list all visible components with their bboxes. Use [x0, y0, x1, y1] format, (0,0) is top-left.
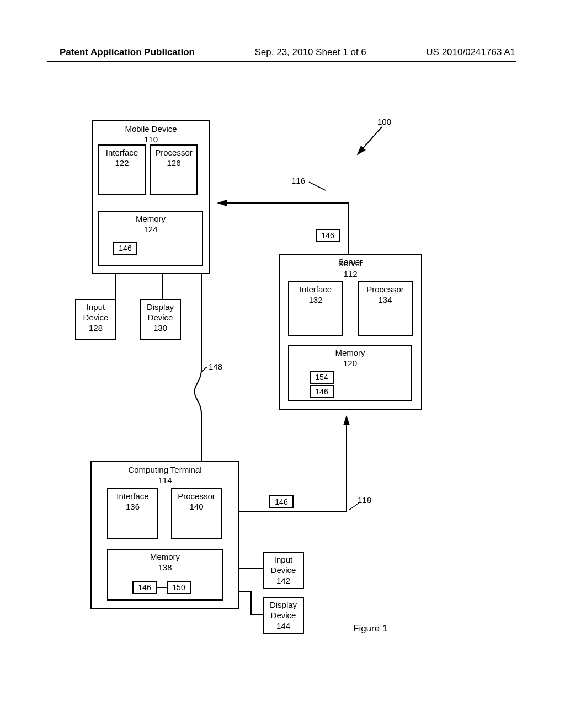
mobile-mem-item: 146	[113, 242, 137, 255]
terminal-memory-box: Memory 138	[107, 549, 223, 601]
svg-line-3	[309, 182, 326, 190]
terminal-mem-l1: Memory	[150, 552, 180, 563]
mobile-display-l2: Device	[148, 313, 173, 323]
mobile-display-l1: Display	[147, 302, 174, 313]
server-interface-l2: 132	[308, 295, 322, 306]
figure-label: Figure 1	[353, 623, 387, 634]
mobile-interface-l1: Interface	[106, 148, 138, 158]
mobile-proc-l2: 126	[167, 158, 180, 169]
mobile-input-l2: Device	[83, 313, 109, 323]
server-mem-l2: 120	[343, 358, 357, 369]
terminal-mem-item2-l: 150	[172, 583, 185, 593]
terminal-display-device-box: Display Device 144	[263, 597, 304, 634]
terminal-display-l1: Display	[270, 600, 297, 611]
terminal-interface-box: Interface 136	[107, 488, 158, 539]
link116-item-l: 146	[321, 231, 334, 241]
link116-item: 146	[316, 229, 340, 242]
terminal-processor-box: Processor 140	[171, 488, 222, 539]
terminal-input-l1: Input	[274, 555, 292, 565]
terminal-proc-l1: Processor	[178, 491, 215, 502]
server-interface-l1: Interface	[300, 285, 332, 295]
terminal-input-l2: Device	[271, 565, 296, 576]
terminal-mem-item1: 146	[132, 581, 157, 594]
terminal-interface-l1: Interface	[116, 491, 148, 502]
terminal-display-l3: 144	[276, 621, 290, 631]
server-processor-box: Processor 134	[358, 281, 413, 336]
mobile-input-device-box: Input Device 128	[75, 299, 116, 340]
server-mem-item1: 154	[310, 371, 334, 384]
terminal-input-l3: 142	[276, 576, 290, 586]
link118-label: 118	[358, 495, 371, 505]
terminal-mem-item1-l: 146	[138, 583, 151, 593]
mobile-input-l1: Input	[87, 302, 105, 313]
mobile-mem-l2: 124	[143, 224, 157, 235]
mobile-title: Mobile Device	[125, 124, 177, 135]
link148-label: 148	[209, 362, 222, 371]
terminal-proc-l2: 140	[189, 502, 203, 512]
link116-label: 116	[291, 176, 305, 185]
mobile-interface-box: Interface 122	[98, 144, 146, 195]
diagram-stage: 100 Mobile Device 110 Interface 122 Proc…	[0, 0, 565, 728]
mobile-mem-l1: Memory	[136, 214, 166, 224]
server-mem-l1: Memory	[335, 348, 365, 358]
mobile-input-l3: 128	[89, 323, 103, 334]
terminal-num: 114	[158, 475, 172, 486]
server-proc-l1: Processor	[366, 285, 404, 295]
mobile-num: 110	[144, 135, 158, 145]
mobile-mem-item-l: 146	[119, 244, 131, 254]
server-proc-l2: 134	[378, 295, 392, 306]
system-ref-label: 100	[377, 117, 391, 126]
server-memory-box: Memory 120	[288, 345, 412, 401]
mobile-proc-l1: Processor	[155, 148, 193, 158]
mobile-memory-box: Memory 124	[98, 211, 203, 266]
server-title-lab: Server	[331, 257, 370, 266]
terminal-input-device-box: Input Device 142	[263, 552, 304, 589]
terminal-interface-l2: 136	[126, 502, 140, 512]
terminal-mem-item2: 150	[167, 581, 191, 594]
server-mem-item2-l: 146	[315, 387, 328, 397]
mobile-processor-box: Processor 126	[150, 144, 198, 195]
mobile-interface-l2: 122	[115, 158, 129, 169]
terminal-mem-l2: 138	[158, 563, 172, 573]
server-num: 112	[343, 269, 357, 280]
server-mem-item2: 146	[310, 385, 334, 398]
svg-line-0	[358, 127, 382, 154]
mobile-display-l3: 130	[153, 323, 167, 334]
link118-item-l: 146	[275, 497, 287, 507]
terminal-title: Computing Terminal	[128, 465, 201, 475]
terminal-display-l2: Device	[271, 611, 296, 621]
mobile-display-device-box: Display Device 130	[140, 299, 181, 340]
server-mem-item1-l: 154	[315, 373, 328, 383]
server-interface-box: Interface 132	[288, 281, 343, 336]
link118-item: 146	[269, 495, 294, 508]
